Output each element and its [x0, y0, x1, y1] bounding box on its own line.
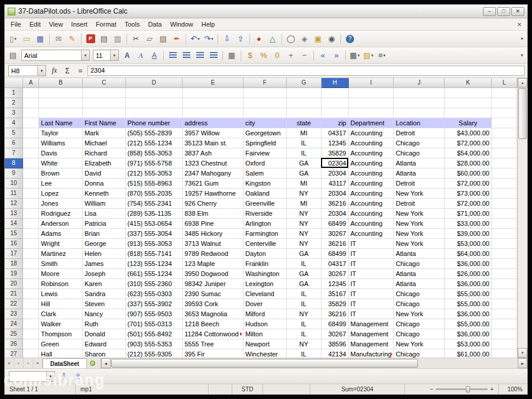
cell-J27[interactable]: Chicago	[394, 349, 445, 358]
cell-J1[interactable]	[394, 87, 445, 98]
cell-B23[interactable]: Clark	[39, 309, 83, 319]
cell-D18[interactable]: (123) 555-1234	[125, 258, 183, 268]
cell-B8[interactable]: White	[39, 158, 83, 168]
cell-I17[interactable]: IT	[348, 248, 394, 258]
cell-G22[interactable]: IL	[286, 299, 321, 309]
cell-I1[interactable]	[348, 87, 394, 98]
row-header-4[interactable]: 4	[5, 118, 22, 128]
clone-formatting-button[interactable]: ✒	[170, 33, 183, 46]
cell-K3[interactable]	[445, 108, 491, 118]
cell-F26[interactable]: Newport	[244, 339, 287, 349]
cell-I11[interactable]: Accounting	[348, 188, 394, 198]
undo-button[interactable]: ↶▾	[189, 33, 202, 46]
cell-L12[interactable]	[491, 198, 517, 208]
add-decimal-place-button[interactable]: +	[284, 49, 297, 62]
cell-G24[interactable]: IL	[286, 319, 321, 329]
cell-I25[interactable]: Management	[348, 329, 394, 339]
row-header-9[interactable]: 9	[5, 168, 22, 178]
cell-C1[interactable]	[82, 87, 125, 98]
cell-D23[interactable]: (907) 555-9503	[125, 309, 183, 319]
row-header-25[interactable]: 25	[5, 329, 22, 339]
cell-F5[interactable]: Georgetown	[244, 128, 287, 138]
cell-D25[interactable]: (501) 555-8492	[125, 329, 183, 339]
column-header-C[interactable]: C	[82, 78, 125, 87]
cell-E20[interactable]: 98342 Juniper	[183, 278, 244, 288]
cell-C2[interactable]	[82, 98, 125, 108]
cell-C13[interactable]: Lisa	[82, 208, 125, 218]
cell-F24[interactable]: Hudson	[244, 319, 287, 329]
cell-B14[interactable]: Anderson	[39, 218, 83, 228]
sum-button[interactable]: Σ	[61, 66, 73, 76]
horizontal-scrollbar[interactable]: ◀ ▶	[100, 358, 527, 368]
cell-H22[interactable]: 35829	[321, 299, 348, 309]
function-wizard-button[interactable]: fx	[48, 66, 60, 76]
cell-C26[interactable]: Edward	[82, 339, 125, 349]
cell-B6[interactable]: Williams	[39, 138, 83, 148]
row-header-21[interactable]: 21	[5, 288, 22, 299]
cell-B17[interactable]: Martinez	[39, 248, 83, 258]
cell-F27[interactable]: Winchester	[244, 349, 287, 358]
cell-F11[interactable]: Oakland	[244, 188, 287, 198]
cell-C8[interactable]: Elizabeth	[82, 158, 125, 168]
cell-C11[interactable]: Kenneth	[82, 188, 125, 198]
format-standard-button[interactable]: 0	[271, 49, 284, 62]
copy-button[interactable]: ▱	[143, 33, 156, 46]
bold-button[interactable]: A	[121, 49, 134, 62]
cell-A20[interactable]	[22, 278, 38, 288]
cell-A8[interactable]	[22, 158, 38, 168]
cell-H13[interactable]: 20304	[321, 208, 348, 218]
cell-E6[interactable]: 35123 Main st.	[183, 138, 244, 148]
cell-K7[interactable]: $54,000.00	[445, 148, 491, 158]
cell-B11[interactable]: Lopez	[39, 188, 83, 198]
row-header-13[interactable]: 13	[5, 208, 22, 218]
row-header-23[interactable]: 23	[5, 309, 22, 319]
zoom-out-button[interactable]: −	[430, 386, 433, 392]
row-header-15[interactable]: 15	[5, 228, 22, 238]
find-combo[interactable]: ▾	[9, 371, 55, 382]
cell-B15[interactable]: Adams	[39, 228, 83, 238]
cell-D27[interactable]: (212) 555-9305	[125, 349, 183, 358]
cell-L22[interactable]	[491, 299, 517, 309]
cell-E26[interactable]: 5555 Tree	[183, 339, 244, 349]
cell-J2[interactable]	[394, 98, 445, 108]
cell-D15[interactable]: (337) 555-3054	[125, 228, 183, 238]
format-currency-button[interactable]: $	[244, 49, 257, 62]
menu-view[interactable]: View	[45, 20, 67, 29]
cell-F2[interactable]	[244, 98, 287, 108]
cell-B26[interactable]: Green	[39, 339, 83, 349]
cell-J26[interactable]: New York	[394, 339, 445, 349]
help-button[interactable]: ?	[343, 33, 356, 46]
cell-A9[interactable]	[22, 168, 38, 178]
cell-G11[interactable]: NY	[286, 188, 321, 198]
cell-K5[interactable]: $43,000.00	[445, 128, 491, 138]
cell-B4[interactable]: Last Name	[39, 118, 83, 128]
vertical-scroll-track[interactable]	[518, 140, 527, 348]
cell-E8[interactable]: 1323 Chestnut	[183, 158, 244, 168]
cell-C7[interactable]: Richard	[82, 148, 125, 158]
cell-D2[interactable]	[125, 98, 183, 108]
cell-F20[interactable]: Lexington	[244, 278, 287, 288]
maximize-button[interactable]: □	[497, 7, 510, 16]
cell-K4[interactable]: Salary	[445, 118, 491, 128]
cell-A6[interactable]	[22, 138, 38, 148]
find-next-button[interactable]: ⇩	[57, 370, 70, 383]
cell-J13[interactable]: New York	[394, 208, 445, 218]
formula-button[interactable]: =	[74, 66, 86, 76]
cell-G17[interactable]: GA	[286, 248, 321, 258]
row-header-5[interactable]: 5	[5, 128, 22, 138]
cell-G7[interactable]: IL	[286, 148, 321, 158]
cell-C20[interactable]: Karen	[82, 278, 125, 288]
cell-C15[interactable]: Brian	[82, 228, 125, 238]
column-header-K[interactable]: K	[445, 78, 491, 87]
cell-F10[interactable]: Kingston	[244, 178, 287, 188]
cell-L13[interactable]	[491, 208, 517, 218]
cell-K20[interactable]: $36,000.00	[445, 278, 491, 288]
row-header-8[interactable]: 8	[5, 158, 22, 168]
cell-L1[interactable]	[491, 87, 517, 98]
cell-B21[interactable]: Lewis	[39, 288, 83, 299]
cell-D1[interactable]	[125, 87, 183, 98]
font-name-combo[interactable]: Arial ▾	[21, 50, 90, 61]
column-header-H[interactable]: H	[321, 78, 348, 87]
cell-E21[interactable]: 2390 Sumac	[183, 288, 244, 299]
cell-D5[interactable]: (505) 555-2839	[125, 128, 183, 138]
